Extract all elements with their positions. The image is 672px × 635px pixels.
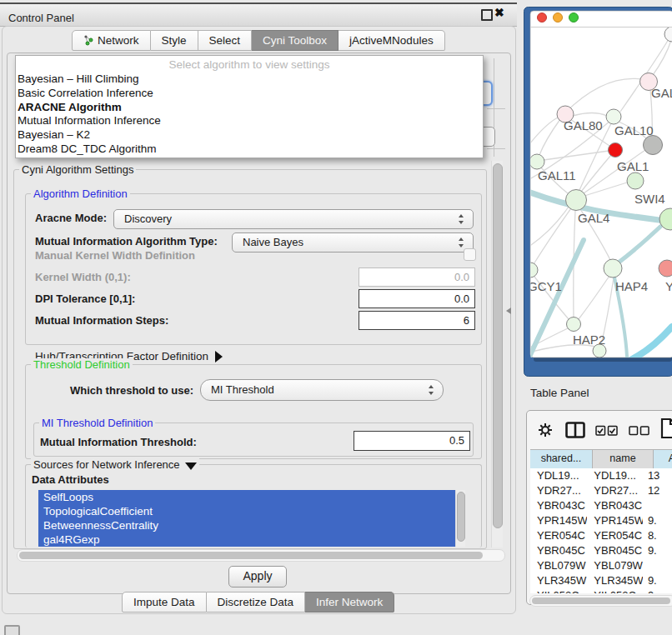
control-panel-tabs: NetworkStyleSelectCyni ToolboxjActiveMNo… bbox=[72, 30, 445, 51]
table-row[interactable]: YBL079WYBL079W bbox=[530, 558, 672, 573]
mac-window-buttons[interactable] bbox=[538, 13, 579, 22]
table-cell: 9. bbox=[643, 543, 672, 558]
table-cell: YER054C bbox=[587, 528, 643, 543]
network-node[interactable] bbox=[644, 136, 663, 155]
bottom-tabs: Impute DataDiscretize DataInfer Network bbox=[122, 592, 394, 612]
tab-cyni-toolbox[interactable]: Cyni Toolbox bbox=[252, 30, 339, 51]
settings-hscrollbar[interactable] bbox=[17, 549, 505, 562]
table-cell: YDL19... bbox=[587, 468, 643, 483]
table-cell: 13 bbox=[643, 468, 672, 483]
close-window-button[interactable] bbox=[538, 13, 547, 22]
which-threshold-select[interactable]: MI Threshold bbox=[200, 379, 444, 401]
table-row[interactable]: YBR043CYBR043C bbox=[530, 498, 672, 513]
network-node-hap2[interactable] bbox=[567, 318, 581, 332]
tab-select[interactable]: Select bbox=[198, 30, 253, 51]
settings-hscrollbar-thumb[interactable] bbox=[19, 552, 483, 559]
apply-button[interactable]: Apply bbox=[228, 566, 287, 588]
tab-jactivemnodules[interactable]: jActiveMNodules bbox=[339, 30, 445, 51]
zoom-window-button[interactable] bbox=[569, 13, 579, 22]
table-row[interactable]: YER054CYER054C8. bbox=[530, 528, 672, 543]
network-view-window[interactable]: GALGAL80GAL10GAL1GAL11GAL4SWI4GCY1HAP4YH… bbox=[524, 7, 672, 377]
column-header-a[interactable]: A bbox=[654, 450, 672, 468]
network-graph-icon bbox=[83, 32, 93, 52]
attribute-item-topologicalcoefficient[interactable]: TopologicalCoefficient bbox=[38, 504, 455, 518]
table-cell: YLR345W bbox=[587, 573, 643, 588]
control-panel-titlebar[interactable]: Control Panel bbox=[0, 4, 517, 27]
tab-discretize-data[interactable]: Discretize Data bbox=[207, 592, 306, 612]
table-hscrollbar[interactable] bbox=[529, 595, 672, 607]
attribute-item-betweennesscentrality[interactable]: BetweennessCentrality bbox=[38, 518, 455, 532]
table-cell: 12 bbox=[643, 483, 672, 498]
algorithm-option-aracne-algorithm[interactable]: ARACNE Algorithm bbox=[16, 101, 483, 115]
mi-algorithm-type-select[interactable]: Naive Bayes bbox=[232, 232, 474, 252]
algorithm-option-bayesian-hill-climbing[interactable]: Bayesian – Hill Climbing bbox=[16, 72, 483, 87]
select-all-icon[interactable] bbox=[595, 425, 619, 437]
column-header-name[interactable]: name bbox=[593, 450, 654, 468]
settings-scrollbar[interactable] bbox=[491, 161, 503, 548]
tab-network[interactable]: Network bbox=[72, 30, 151, 51]
splitter-collapse-icon[interactable] bbox=[506, 308, 511, 314]
tab-impute-data[interactable]: Impute Data bbox=[122, 592, 207, 612]
mi-steps-field[interactable]: 6 bbox=[359, 311, 475, 330]
attribute-item-gal4rgexp[interactable]: gal4RGexp bbox=[38, 532, 455, 547]
table-cell bbox=[643, 558, 672, 573]
algorithm-option-mutual-information-inference[interactable]: Mutual Information Inference bbox=[16, 114, 483, 128]
table-cell: YLR345W bbox=[530, 573, 587, 588]
columns-icon[interactable] bbox=[565, 422, 585, 438]
attributes-scrollbar[interactable] bbox=[455, 490, 465, 547]
attributes-scrollbar-thumb[interactable] bbox=[457, 492, 465, 542]
attribute-item-selfloops[interactable]: SelfLoops bbox=[38, 490, 455, 504]
manual-kernel-checkbox[interactable] bbox=[464, 248, 476, 261]
table-row[interactable]: YBR045CYBR045C9. bbox=[530, 543, 672, 558]
algorithm-option-bayesian-k2[interactable]: Bayesian – K2 bbox=[16, 128, 483, 142]
network-node-gal4[interactable] bbox=[566, 190, 587, 211]
network-node-hap4[interactable] bbox=[604, 259, 622, 278]
floating-panel-icon[interactable] bbox=[4, 625, 20, 635]
mi-steps-label: Mutual Information Steps: bbox=[35, 314, 168, 327]
network-node-y[interactable] bbox=[659, 260, 672, 277]
tab-label: Discretize Data bbox=[218, 596, 294, 608]
screen: { "window": { "title": "Control Panel" }… bbox=[0, 0, 672, 635]
table-row[interactable]: YIL052CYIL052C9 bbox=[530, 588, 672, 593]
algorithm-option-basic-correlation-inference[interactable]: Basic Correlation Inference bbox=[16, 87, 483, 101]
table-row[interactable]: YDL19...YDL19...13 bbox=[530, 468, 672, 483]
tab-style[interactable]: Style bbox=[151, 30, 198, 51]
table-cell: YIL052C bbox=[530, 588, 587, 593]
table-row[interactable]: YPR145WYPR145W9. bbox=[530, 513, 672, 528]
minimize-window-button[interactable] bbox=[554, 13, 563, 22]
float-window-icon[interactable] bbox=[481, 9, 493, 21]
column-header-shared[interactable]: shared... bbox=[530, 450, 593, 468]
deselect-all-icon[interactable] bbox=[629, 426, 650, 437]
node-label: GAL4 bbox=[578, 211, 609, 225]
table-cell: YIL052C bbox=[587, 588, 643, 593]
data-attributes-list[interactable]: SelfLoopsTopologicalCoefficientBetweenne… bbox=[38, 490, 455, 547]
network-node-gal1[interactable] bbox=[627, 172, 644, 189]
network-node-gal10[interactable] bbox=[606, 109, 621, 124]
table-row[interactable]: YLR345WYLR345W9. bbox=[530, 573, 672, 588]
spinner-arrows-icon bbox=[458, 237, 465, 248]
node-label: SWI4 bbox=[634, 192, 665, 206]
table-cell: YPR145W bbox=[530, 513, 587, 528]
table-row[interactable]: YDR27...YDR27...12 bbox=[530, 483, 672, 498]
aracne-mode-select[interactable]: Discovery bbox=[113, 209, 474, 229]
table-cell: YBR043C bbox=[530, 498, 587, 513]
gear-icon[interactable] bbox=[537, 422, 554, 438]
network-node[interactable] bbox=[609, 143, 623, 158]
node-label: GAL bbox=[651, 86, 672, 100]
settings-scrollbar-thumb[interactable] bbox=[493, 163, 503, 528]
document-icon[interactable] bbox=[660, 418, 672, 439]
algorithm-option-dream8-dc-tdc-algorithm[interactable]: Dream8 DC_TDC Algorithm bbox=[16, 142, 483, 157]
tab-infer-network[interactable]: Infer Network bbox=[305, 592, 394, 612]
table-cell: YDL19... bbox=[530, 468, 587, 483]
expanded-arrow-icon bbox=[185, 462, 197, 470]
table-hscrollbar-thumb[interactable] bbox=[532, 598, 670, 604]
mi-algorithm-type-label: Mutual Information Algorithm Type: bbox=[35, 235, 218, 248]
sources-title[interactable]: Sources for Network Inference bbox=[31, 458, 199, 471]
mi-threshold-field[interactable]: 0.5 bbox=[354, 431, 470, 451]
node-label: GAL11 bbox=[538, 168, 576, 182]
network-node-gal11[interactable] bbox=[529, 154, 544, 169]
kernel-width-field[interactable]: 0.0 bbox=[359, 268, 475, 287]
hidden-group-border2 bbox=[487, 148, 505, 149]
close-icon[interactable]: ✖ bbox=[494, 6, 504, 19]
dpi-tolerance-field[interactable]: 0.0 bbox=[359, 289, 475, 308]
